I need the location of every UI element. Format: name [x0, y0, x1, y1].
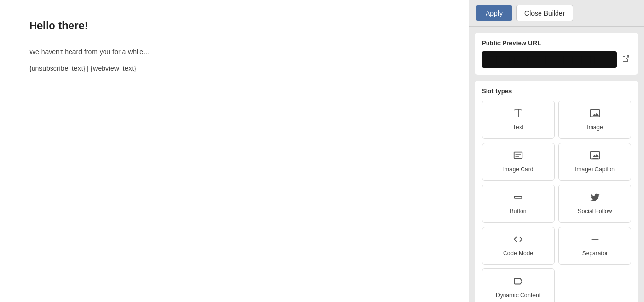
social-follow-icon	[590, 192, 600, 205]
slot-item-text[interactable]: Text	[482, 101, 555, 139]
preview-url-label: Public Preview URL	[482, 39, 631, 47]
image-caption-icon	[590, 150, 600, 163]
preview-url-input-row	[482, 51, 631, 68]
close-builder-button[interactable]: Close Builder	[516, 5, 573, 21]
slot-item-image-label: Image	[587, 124, 603, 132]
code-mode-icon	[513, 234, 523, 247]
preview-url-section: Public Preview URL	[475, 33, 638, 75]
slot-item-code-mode-label: Code Mode	[503, 250, 533, 258]
image-icon	[590, 108, 600, 121]
sidebar: Apply Close Builder Public Preview URL S…	[469, 0, 644, 302]
separator-icon	[590, 234, 600, 247]
external-link-icon[interactable]	[620, 53, 631, 67]
slot-types-label: Slot types	[482, 87, 631, 95]
slot-item-dynamic-content-label: Dynamic Content	[496, 292, 540, 300]
slot-item-social-follow-label: Social Follow	[578, 208, 612, 216]
button-icon	[513, 192, 523, 205]
text-icon	[513, 108, 523, 121]
slot-grid: Text Image Image Card	[482, 101, 631, 302]
preview-url-input[interactable]	[482, 51, 617, 68]
slot-item-code-mode[interactable]: Code Mode	[482, 227, 555, 265]
slot-item-button[interactable]: Button	[482, 185, 555, 223]
slot-item-separator-label: Separator	[582, 250, 608, 258]
slot-item-button-label: Button	[510, 208, 527, 216]
apply-button[interactable]: Apply	[476, 5, 512, 21]
image-card-icon	[513, 150, 523, 163]
email-title: Hello there!	[29, 19, 440, 32]
email-preview: Hello there! We haven't heard from you f…	[0, 0, 469, 302]
slot-item-social-follow[interactable]: Social Follow	[558, 185, 631, 223]
slot-item-image-card-label: Image Card	[503, 166, 534, 174]
slot-item-image-caption-label: Image+Caption	[575, 166, 615, 174]
slot-item-image-card[interactable]: Image Card	[482, 143, 555, 181]
dynamic-content-icon	[513, 276, 523, 289]
email-body-line1: We haven't heard from you for a while...	[29, 47, 440, 57]
slot-item-image-caption[interactable]: Image+Caption	[558, 143, 631, 181]
slot-item-dynamic-content[interactable]: Dynamic Content	[482, 268, 555, 302]
slot-types-section: Slot types Text Image	[475, 81, 638, 302]
email-body: We haven't heard from you for a while...…	[29, 47, 440, 74]
toolbar: Apply Close Builder	[469, 0, 644, 27]
slot-item-text-label: Text	[513, 124, 523, 132]
email-body-line2: {unsubscribe_text} | {webview_text}	[29, 63, 440, 74]
slot-item-image[interactable]: Image	[558, 101, 631, 139]
slot-item-separator[interactable]: Separator	[558, 227, 631, 265]
